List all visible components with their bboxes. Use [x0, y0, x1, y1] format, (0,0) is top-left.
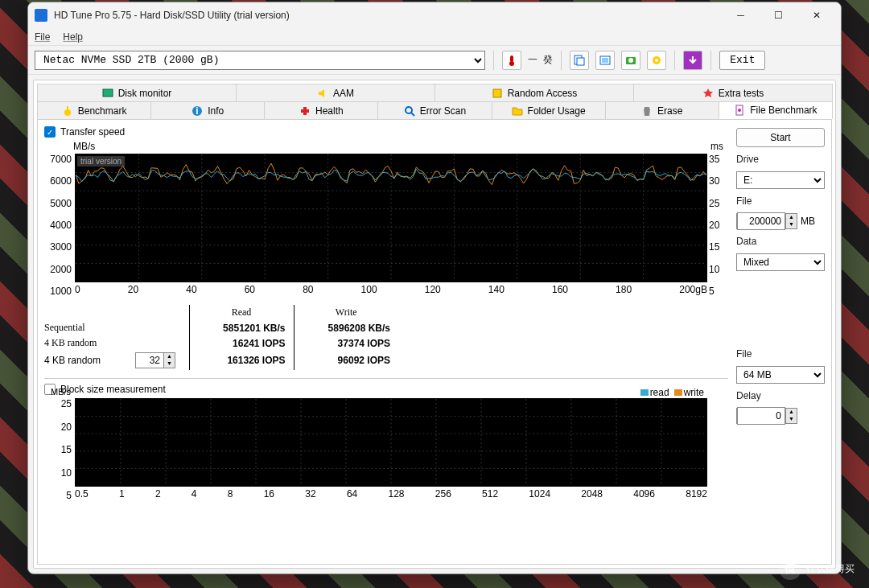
file-size-label: File — [736, 195, 825, 207]
copy-info-icon[interactable] — [570, 51, 589, 70]
svg-line-17 — [411, 113, 414, 116]
tab-health[interactable]: Health — [264, 101, 378, 119]
tab-info[interactable]: iInfo — [150, 101, 265, 119]
svg-rect-13 — [67, 106, 68, 110]
close-button[interactable]: ✕ — [798, 4, 834, 27]
tab-aam[interactable]: AAM — [236, 84, 435, 101]
tab-random-access[interactable]: Random Access — [434, 84, 634, 101]
toolbar: Netac NVMe SSD 2TB (2000 gB) 一 癸 Exit — [28, 46, 841, 75]
chart1-left-unit: MB/s — [73, 141, 95, 152]
app-window: HD Tune Pro 5.75 - Hard Disk/SSD Utility… — [27, 2, 842, 574]
block-size-label: Block size measurement — [60, 384, 166, 395]
block-file-label: File — [736, 348, 825, 360]
tab-folder-usage[interactable]: Folder Usage — [492, 101, 606, 119]
menubar: File Help — [28, 28, 841, 46]
svg-point-1 — [509, 61, 514, 66]
queue-depth-spinner[interactable]: ▲▼ — [135, 352, 175, 368]
start-button[interactable]: Start — [736, 128, 825, 147]
block-chart-wrap: read write MB/s 252015105 0.512481632641… — [47, 398, 728, 501]
minimize-button[interactable]: ─ — [723, 4, 759, 27]
save-icon[interactable] — [683, 51, 702, 70]
tab-row-bottom: Benchmark iInfo Health Error Scan Folder… — [37, 101, 832, 119]
results-table: ReadWrite Sequential5851201 KB/s5896208 … — [44, 305, 398, 370]
svg-point-20 — [738, 109, 741, 112]
app-icon — [35, 9, 47, 22]
svg-point-9 — [655, 59, 658, 62]
transfer-chart-wrap: MB/s ms 7000600050004000300020001000 353… — [47, 141, 728, 297]
transfer-speed-label: Transfer speed — [60, 126, 125, 138]
svg-point-7 — [628, 58, 633, 63]
sidebar: Start Drive E: File ▲▼ MB Data Mixed Fil… — [736, 126, 825, 557]
tab-disk-monitor[interactable]: Disk monitor — [37, 84, 237, 101]
drive-letter-select[interactable]: E: — [736, 171, 825, 189]
drive-select[interactable]: Netac NVMe SSD 2TB (2000 gB) — [35, 51, 485, 70]
chart1-right-unit: ms — [710, 141, 723, 152]
chart2-unit: MB/s — [51, 387, 71, 397]
delay-label: Delay — [736, 390, 825, 401]
svg-text:i: i — [196, 105, 199, 117]
tabs-area: Disk monitor AAM Random Access Extra tes… — [33, 80, 836, 569]
transfer-chart: trial version — [75, 154, 707, 282]
chart2-legend: read write — [640, 387, 704, 398]
menu-file[interactable]: File — [35, 31, 50, 43]
svg-rect-10 — [103, 89, 113, 97]
temperature-text: 一 癸 — [528, 53, 553, 67]
tab-row-top: Disk monitor AAM Random Access Extra tes… — [37, 84, 832, 101]
copy-screenshot-icon[interactable] — [595, 51, 615, 70]
tab-extra-tests[interactable]: Extra tests — [633, 84, 833, 101]
maximize-button[interactable]: ☐ — [760, 4, 797, 27]
save-screenshot-icon[interactable] — [621, 51, 640, 70]
data-pattern-select[interactable]: Mixed — [736, 253, 825, 271]
tab-benchmark[interactable]: Benchmark — [37, 101, 151, 119]
tab-file-benchmark[interactable]: File Benchmark — [719, 101, 833, 119]
menu-help[interactable]: Help — [63, 31, 83, 43]
svg-rect-0 — [510, 56, 513, 62]
svg-rect-5 — [602, 58, 608, 63]
block-chart — [75, 398, 707, 487]
temperature-icon[interactable] — [502, 51, 521, 70]
file-size-spinner[interactable]: ▲▼ — [736, 213, 797, 229]
tab-erase[interactable]: Erase — [605, 101, 719, 119]
svg-rect-3 — [577, 58, 584, 65]
svg-point-16 — [406, 107, 412, 113]
data-label: Data — [736, 236, 825, 247]
transfer-speed-checkbox[interactable]: ✓ — [44, 126, 56, 138]
titlebar: HD Tune Pro 5.75 - Hard Disk/SSD Utility… — [28, 2, 841, 28]
drive-label: Drive — [736, 154, 825, 165]
options-icon[interactable] — [647, 51, 666, 70]
svg-point-12 — [64, 109, 71, 116]
exit-button[interactable]: Exit — [719, 51, 765, 70]
block-file-select[interactable]: 64 MB — [736, 366, 825, 384]
tab-error-scan[interactable]: Error Scan — [377, 101, 492, 119]
svg-rect-18 — [645, 107, 649, 109]
svg-rect-11 — [493, 89, 501, 97]
results-table-wrap: ReadWrite Sequential5851201 KB/s5896208 … — [44, 305, 728, 370]
window-title: HD Tune Pro 5.75 - Hard Disk/SSD Utility… — [54, 10, 723, 21]
delay-spinner[interactable]: ▲▼ — [736, 408, 797, 424]
tab-content: ✓ Transfer speed MB/s ms 700060005000400… — [37, 119, 832, 565]
page-watermark: 值什么值得买 — [779, 557, 855, 580]
